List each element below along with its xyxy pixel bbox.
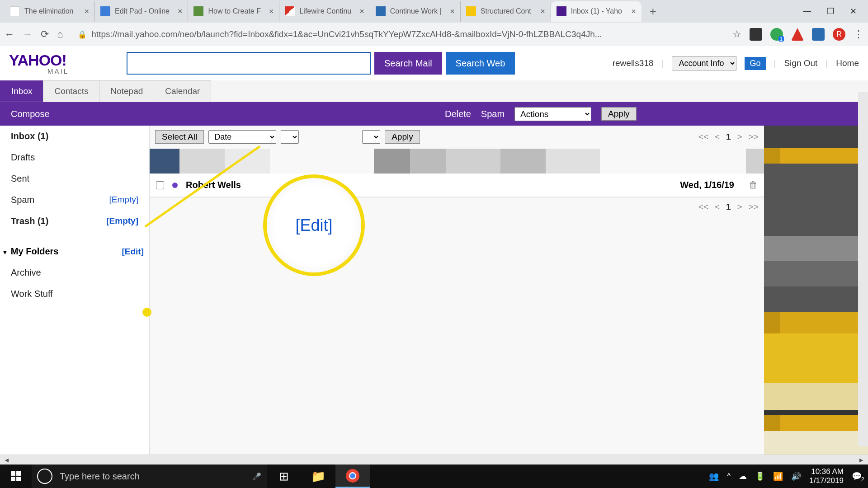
vertical-scrollbar[interactable]	[858, 92, 868, 446]
pager-prev[interactable]: <	[715, 132, 720, 142]
kebab-menu-icon[interactable]: ⋮	[854, 28, 863, 40]
folder-trash[interactable]: Trash (1)[Empty]	[0, 211, 149, 232]
back-button[interactable]: ←	[5, 28, 14, 40]
extension-icon[interactable]: 1	[770, 28, 783, 41]
close-icon[interactable]: ×	[540, 7, 545, 16]
time-text: 10:36 AM	[809, 467, 844, 476]
folder-archive[interactable]: Archive	[0, 262, 149, 283]
message-row[interactable]: Robert Wells Wed, 1/16/19 🗑	[150, 174, 764, 197]
pager-first[interactable]: <<	[698, 202, 708, 212]
page-icon	[10, 6, 20, 16]
url-input[interactable]: 🔒 https://mail.yahoo.com/neo/b/launch?fi…	[71, 26, 724, 43]
go-button[interactable]: Go	[745, 57, 765, 70]
task-view-icon[interactable]: ⊞	[267, 465, 301, 488]
folder-work-stuff[interactable]: Work Stuff	[0, 283, 149, 305]
bookmark-star-icon[interactable]: ☆	[732, 28, 741, 40]
forward-button[interactable]: →	[23, 28, 33, 40]
pager-top: << < 1 > >>	[698, 132, 759, 142]
tab-continue[interactable]: Continue Work | ×	[370, 1, 461, 22]
apply-filter-button[interactable]: Apply	[385, 130, 420, 144]
account-info-select[interactable]: Account Info	[672, 56, 736, 70]
home-link[interactable]: Home	[836, 58, 859, 68]
folder-sent[interactable]: Sent	[0, 168, 149, 189]
notifications-icon[interactable]: 💬2	[852, 471, 862, 481]
close-icon[interactable]: ×	[450, 7, 455, 16]
tab-inbox[interactable]: Inbox	[0, 80, 43, 102]
extension-icon[interactable]	[812, 28, 825, 41]
home-button[interactable]: ⌂	[57, 28, 63, 40]
close-icon[interactable]: ×	[178, 7, 183, 16]
pager-last[interactable]: >>	[749, 132, 759, 142]
search-web-button[interactable]: Search Web	[446, 52, 515, 75]
tab-contacts[interactable]: Contacts	[43, 80, 99, 102]
folder-drafts[interactable]: Drafts	[0, 147, 149, 168]
close-icon[interactable]: ×	[631, 7, 636, 16]
cortana-search[interactable]: Type here to search 🎤	[32, 465, 267, 488]
spam-link[interactable]: Spam	[481, 109, 505, 119]
tray-chevron-icon[interactable]: ^	[727, 472, 731, 481]
select-all-button[interactable]: Select All	[155, 130, 204, 144]
pager-next[interactable]: >	[737, 132, 742, 142]
pager-last[interactable]: >>	[749, 202, 759, 212]
tab-lifewire[interactable]: Lifewire Continu ×	[279, 1, 370, 22]
chrome-icon[interactable]	[335, 465, 370, 488]
folder-spam[interactable]: Spam[Empty]	[0, 189, 149, 211]
tab-structured[interactable]: Structured Cont ×	[461, 1, 551, 22]
battery-icon[interactable]: 🔋	[755, 471, 765, 481]
compose-link[interactable]: Compose	[11, 109, 50, 119]
taskbar-apps: ⊞ 📁	[267, 465, 370, 488]
onedrive-icon[interactable]: ☁	[739, 471, 747, 481]
scroll-right-icon[interactable]: ►	[855, 456, 867, 464]
people-icon[interactable]: 👥	[709, 471, 719, 481]
delete-link[interactable]: Delete	[445, 109, 471, 119]
horizontal-scrollbar[interactable]: ◄ ►	[0, 455, 868, 465]
actions-select[interactable]: Actions	[514, 107, 591, 121]
file-explorer-icon[interactable]: 📁	[301, 465, 335, 488]
new-tab-button[interactable]: +	[642, 5, 665, 19]
scroll-left-icon[interactable]: ◄	[1, 456, 13, 464]
tab-elimination[interactable]: The elimination ×	[5, 1, 95, 22]
close-icon[interactable]: ×	[359, 7, 364, 16]
search-mail-button[interactable]: Search Mail	[374, 52, 442, 75]
pager-next[interactable]: >	[737, 202, 742, 212]
extension-icon[interactable]	[791, 28, 804, 41]
yahoo-mail-logo[interactable]: YAHOO! MAIL	[9, 52, 72, 75]
tab-editpad[interactable]: Edit Pad - Online ×	[95, 1, 188, 22]
message-sender: Robert Wells	[186, 180, 241, 190]
tab-calendar[interactable]: Calendar	[154, 80, 211, 102]
close-icon[interactable]: ×	[269, 7, 274, 16]
sort-select[interactable]: Date	[208, 130, 276, 144]
trash-icon[interactable]: 🗑	[749, 180, 758, 190]
apply-button[interactable]: Apply	[601, 107, 637, 121]
close-window-icon[interactable]: ✕	[850, 6, 857, 16]
edit-folders-link[interactable]: [Edit]	[122, 247, 144, 257]
tab-inbox-active[interactable]: Inbox (1) - Yaho ×	[551, 1, 642, 22]
clock[interactable]: 10:36 AM 1/17/2019	[809, 467, 844, 485]
pager-prev[interactable]: <	[715, 202, 720, 212]
search-area: Search Mail Search Web	[127, 52, 515, 75]
empty-spam-link[interactable]: [Empty]	[109, 195, 138, 205]
volume-icon[interactable]: 🔊	[791, 471, 801, 481]
profile-avatar[interactable]: R	[833, 28, 845, 41]
my-folders-header[interactable]: ▼My Folders [Edit]	[0, 241, 149, 262]
reload-button[interactable]: ⟳	[41, 28, 49, 40]
mic-icon[interactable]: 🎤	[252, 472, 261, 481]
message-checkbox[interactable]	[156, 181, 164, 189]
wifi-icon[interactable]: 📶	[773, 471, 783, 481]
empty-trash-link[interactable]: [Empty]	[106, 216, 138, 226]
folder-inbox[interactable]: Inbox (1)	[0, 126, 149, 147]
close-icon[interactable]: ×	[84, 7, 89, 16]
search-input[interactable]	[127, 52, 371, 75]
minimize-icon[interactable]: —	[803, 6, 811, 16]
cortana-placeholder: Type here to search	[60, 471, 140, 482]
filter2-select[interactable]	[362, 130, 380, 144]
sign-out-link[interactable]: Sign Out	[784, 58, 817, 68]
filter-select[interactable]	[281, 130, 299, 144]
content-row: Inbox (1) Drafts Sent Spam[Empty] Trash …	[0, 126, 868, 480]
pager-first[interactable]: <<	[698, 132, 708, 142]
extension-icon[interactable]	[750, 28, 762, 41]
start-button[interactable]	[0, 465, 32, 488]
maximize-icon[interactable]: ❐	[827, 6, 834, 16]
tab-notepad[interactable]: Notepad	[99, 80, 154, 102]
tab-howto[interactable]: How to Create F ×	[188, 1, 279, 22]
